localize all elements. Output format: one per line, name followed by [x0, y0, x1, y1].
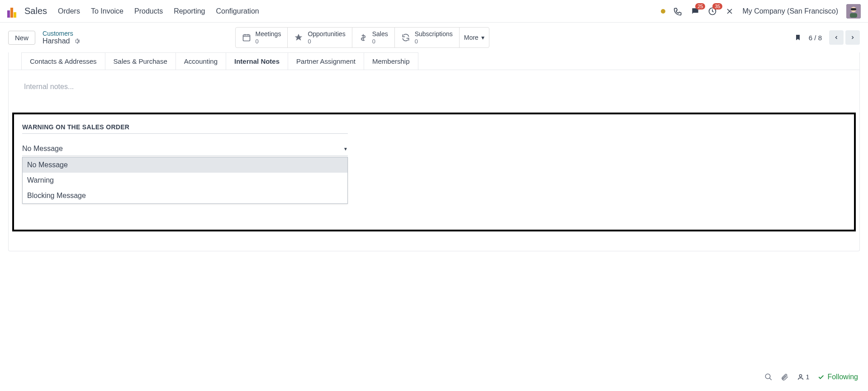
whatsapp-icon: [134, 211, 142, 218]
bookmark-icon[interactable]: [794, 33, 802, 42]
nav-configuration[interactable]: Configuration: [216, 7, 259, 15]
user-avatar[interactable]: [846, 4, 861, 19]
gear-icon[interactable]: [74, 38, 80, 44]
whatsapp-button[interactable]: WhatsApp: [128, 207, 182, 221]
svg-rect-4: [851, 8, 856, 10]
nav-orders[interactable]: Orders: [58, 7, 80, 15]
app-name[interactable]: Sales: [24, 6, 47, 16]
chatter-buttons: Send message Log note WhatsApp Activitie…: [22, 207, 846, 221]
nav-links: Orders To Invoice Products Reporting Con…: [58, 7, 259, 15]
status-dot-icon: [661, 9, 665, 14]
stat-subscriptions[interactable]: Subscriptions 0: [395, 28, 460, 47]
svg-point-7: [194, 212, 199, 217]
messages-icon[interactable]: 25: [691, 7, 700, 16]
nav-reporting[interactable]: Reporting: [174, 7, 205, 15]
send-message-button[interactable]: Send message: [22, 207, 80, 221]
breadcrumb-current: Harshad: [43, 37, 70, 45]
phone-icon[interactable]: [674, 7, 683, 16]
dropdown-option-blocking[interactable]: Blocking Message: [23, 188, 347, 203]
dropdown-option-warning[interactable]: Warning: [23, 173, 347, 188]
nav-products[interactable]: Products: [134, 7, 163, 15]
pager-next-button[interactable]: [845, 30, 860, 45]
breadcrumb: Customers Harshad: [43, 30, 80, 45]
tab-membership[interactable]: Membership: [364, 52, 418, 70]
calendar-icon: [242, 33, 252, 42]
warning-title: WARNING ON THE SALES ORDER: [22, 123, 348, 134]
star-icon: [294, 33, 304, 42]
messages-badge: 25: [695, 3, 705, 9]
caret-down-icon: ▼: [343, 146, 348, 151]
new-button[interactable]: New: [8, 31, 35, 45]
tools-icon[interactable]: [725, 7, 734, 16]
activities-badge: 35: [712, 3, 722, 9]
form-sheet: Contacts & Addresses Sales & Purchase Ac…: [8, 52, 860, 251]
tab-partner-assignment[interactable]: Partner Assignment: [288, 52, 364, 70]
tab-accounting[interactable]: Accounting: [176, 52, 226, 70]
clock-icon: [193, 211, 200, 218]
dollar-icon: [359, 33, 369, 42]
pager-text[interactable]: 6 / 8: [809, 34, 822, 42]
breadcrumb-parent[interactable]: Customers: [43, 30, 80, 37]
svg-rect-3: [850, 13, 857, 18]
company-selector[interactable]: My Company (San Francisco): [742, 7, 838, 15]
stat-meetings[interactable]: Meetings 0: [236, 28, 288, 47]
log-note-button[interactable]: Log note: [85, 207, 123, 221]
tabs: Contacts & Addresses Sales & Purchase Ac…: [9, 52, 859, 70]
nav-to-invoice[interactable]: To Invoice: [91, 7, 123, 15]
tab-contacts[interactable]: Contacts & Addresses: [21, 52, 105, 70]
dropdown-option-no-message[interactable]: No Message: [23, 157, 347, 173]
stat-opportunities[interactable]: Opportunities 0: [288, 28, 352, 47]
warning-select-value: No Message: [22, 145, 343, 153]
internal-notes-input[interactable]: Internal notes...: [24, 83, 844, 91]
svg-rect-5: [243, 35, 250, 41]
tab-sales-purchase[interactable]: Sales & Purchase: [105, 52, 176, 70]
stat-sales[interactable]: Sales 0: [352, 28, 395, 47]
warning-dropdown: No Message Warning Blocking Message: [22, 157, 348, 204]
refresh-icon: [401, 33, 411, 42]
stat-more[interactable]: More ▾: [460, 28, 489, 47]
activities-button[interactable]: Activities: [187, 207, 236, 221]
caret-down-icon: ▾: [481, 34, 484, 41]
warning-select[interactable]: No Message ▼: [22, 145, 348, 156]
app-logo: [7, 5, 20, 18]
control-bar: New Customers Harshad Meetings 0 Opportu…: [0, 23, 868, 52]
svg-point-6: [135, 212, 141, 217]
activities-icon[interactable]: 35: [708, 7, 717, 16]
top-navbar: Sales Orders To Invoice Products Reporti…: [0, 0, 868, 23]
pager-prev-button[interactable]: [829, 30, 844, 45]
stat-buttons: Meetings 0 Opportunities 0 Sales 0: [235, 27, 489, 48]
warning-section: WARNING ON THE SALES ORDER No Message ▼ …: [12, 113, 856, 231]
tab-internal-notes[interactable]: Internal Notes: [226, 52, 288, 70]
